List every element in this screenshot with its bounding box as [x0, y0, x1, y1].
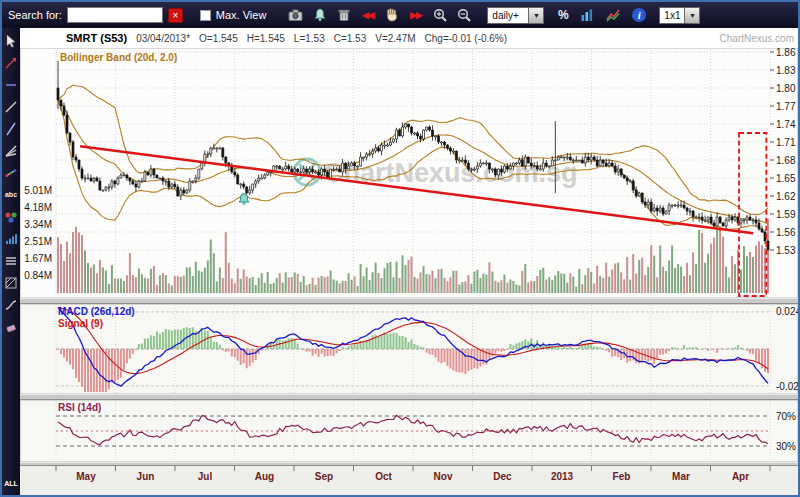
change-value: Chg=-0.01 (-0.6%)	[425, 33, 508, 44]
svg-text:5.01M: 5.01M	[24, 185, 52, 196]
volume-bars-tool[interactable]	[3, 231, 19, 246]
zoom-in-icon[interactable]	[429, 6, 450, 24]
main-toolbar: Search for: × Max. View ◀◀ ▶▶ daily+ ▼ %…	[2, 2, 798, 28]
svg-text:Jun: Jun	[137, 471, 155, 482]
svg-text:1.53: 1.53	[776, 245, 796, 256]
period-select-value: daily+	[487, 7, 529, 24]
svg-text:1.80: 1.80	[776, 83, 796, 94]
svg-text:Signal (9): Signal (9)	[58, 318, 103, 329]
svg-text:1.65: 1.65	[776, 173, 796, 184]
chevron-down-icon[interactable]: ▼	[685, 7, 700, 24]
drawing-tools-sidebar: abc ALL	[2, 28, 20, 495]
watermark: ChartNexus.com.sg	[294, 158, 578, 188]
svg-text:1.74: 1.74	[776, 119, 796, 130]
period-select[interactable]: daily+ ▼	[487, 7, 544, 24]
svg-text:Oct: Oct	[375, 471, 392, 482]
percent-scale-icon[interactable]: %	[555, 8, 571, 22]
ray-line-tool[interactable]	[3, 121, 19, 136]
layout-select[interactable]: 1x1 ▼	[659, 7, 700, 24]
trash-icon[interactable]	[333, 6, 354, 24]
low-value: L=1.53	[294, 33, 325, 44]
svg-text:3.34M: 3.34M	[24, 219, 52, 230]
text-tool[interactable]: abc	[3, 187, 19, 202]
close-value: C=1.53	[334, 33, 367, 44]
svg-text:Dec: Dec	[493, 471, 512, 482]
svg-text:Jul: Jul	[198, 471, 213, 482]
svg-text:4.18M: 4.18M	[24, 202, 52, 213]
search-clear-button[interactable]: ×	[168, 8, 183, 23]
svg-text:1.56: 1.56	[776, 227, 796, 238]
svg-text:0.84M: 0.84M	[24, 270, 52, 281]
svg-text:Feb: Feb	[613, 471, 631, 482]
toolbar-icon-group: ◀◀ ▶▶	[285, 6, 474, 24]
layout-select-value: 1x1	[659, 7, 685, 24]
chart-header: SMRT (S53) 03/04/2013* O=1.545 H=1.545 L…	[20, 28, 798, 48]
hand-pan-icon[interactable]	[381, 6, 402, 24]
search-label: Search for:	[8, 9, 62, 21]
diagonal-line-tool[interactable]	[3, 99, 19, 114]
svg-text:0.024: 0.024	[776, 306, 798, 317]
chartnexus-window: Search for: × Max. View ◀◀ ▶▶ daily+ ▼ %…	[0, 0, 800, 497]
open-value: O=1.545	[199, 33, 238, 44]
svg-text:Apr: Apr	[732, 471, 749, 482]
svg-text:Sep: Sep	[315, 471, 333, 482]
date-value: 03/04/2013*	[136, 33, 190, 44]
eraser-tool[interactable]	[3, 319, 19, 334]
chevron-down-icon[interactable]: ▼	[529, 7, 544, 24]
svg-text:Aug: Aug	[255, 471, 274, 482]
svg-text:1.62: 1.62	[776, 191, 796, 202]
svg-text:MACD (26d,12d): MACD (26d,12d)	[58, 306, 135, 317]
chart-canvas[interactable]: ChartNexus.com.sgBollinger Band (20d, 2.…	[20, 48, 798, 495]
svg-text:Bollinger Band (20d, 2.0): Bollinger Band (20d, 2.0)	[60, 52, 177, 63]
svg-text:May: May	[76, 471, 96, 482]
line-chart-icon[interactable]	[602, 6, 623, 24]
scroll-left-icon[interactable]: ◀◀	[357, 6, 378, 24]
pattern-fill-tool[interactable]	[3, 275, 19, 290]
svg-text:1.77: 1.77	[776, 101, 796, 112]
svg-text:2.51M: 2.51M	[24, 236, 52, 247]
svg-text:Mar: Mar	[672, 471, 690, 482]
symbol-title: SMRT (S53)	[66, 32, 127, 44]
svg-text:1.86: 1.86	[776, 48, 796, 58]
bar-chart-icon[interactable]	[576, 6, 597, 24]
fan-lines-tool[interactable]	[3, 143, 19, 158]
scroll-right-icon[interactable]: ▶▶	[405, 6, 426, 24]
svg-text:Nov: Nov	[434, 471, 453, 482]
color-marker-tool[interactable]	[3, 209, 19, 224]
max-view-label: Max. View	[216, 9, 267, 21]
volume-value: V=2.47M	[375, 33, 415, 44]
brand-label: ChartNexus.com	[720, 33, 794, 44]
price-chart-svg: ChartNexus.com.sgBollinger Band (20d, 2.…	[20, 48, 798, 495]
svg-text:RSI (14d): RSI (14d)	[58, 402, 101, 413]
svg-text:70%: 70%	[776, 411, 796, 422]
indicator-list-tool[interactable]	[3, 253, 19, 268]
info-icon[interactable]: i	[632, 8, 646, 22]
search-input[interactable]	[67, 7, 163, 23]
svg-text:-0.024: -0.024	[776, 381, 798, 392]
show-all-button[interactable]: ALL	[4, 480, 18, 487]
svg-text:30%: 30%	[776, 441, 796, 452]
fibonacci-tool[interactable]	[3, 165, 19, 180]
max-view-checkbox[interactable]	[200, 10, 211, 21]
svg-text:1.68: 1.68	[776, 155, 796, 166]
zoom-out-icon[interactable]	[453, 6, 474, 24]
svg-text:1.67M: 1.67M	[24, 253, 52, 264]
curve-tool[interactable]	[3, 297, 19, 312]
trend-arrow-tool[interactable]	[3, 55, 19, 70]
high-value: H=1.545	[247, 33, 285, 44]
snapshot-camera-icon[interactable]	[285, 6, 306, 24]
svg-text:1.59: 1.59	[776, 209, 796, 220]
svg-text:1.71: 1.71	[776, 137, 796, 148]
svg-text:2013: 2013	[551, 471, 574, 482]
pointer-tool[interactable]	[3, 33, 19, 48]
horizontal-line-tool[interactable]	[3, 77, 19, 92]
svg-text:1.83: 1.83	[776, 65, 796, 76]
alert-bell-icon[interactable]	[309, 6, 330, 24]
